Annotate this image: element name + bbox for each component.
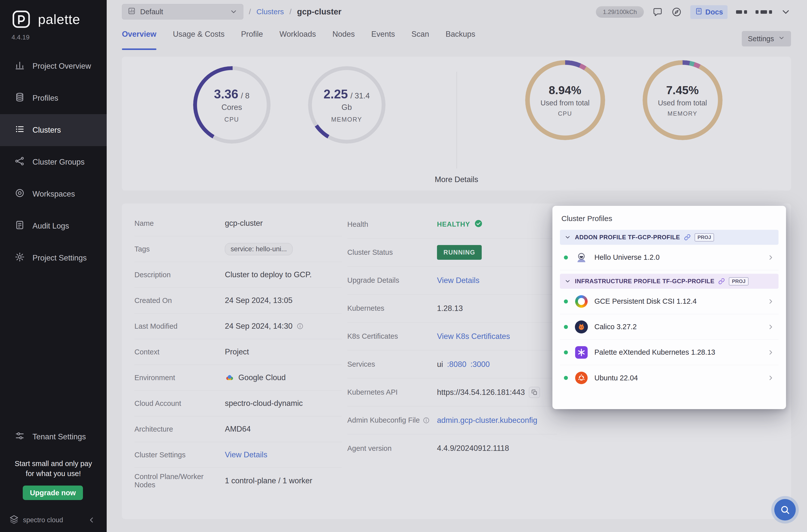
- cpu-used-value: 3.36: [214, 87, 238, 101]
- indicator-bars-icon[interactable]: [736, 10, 747, 14]
- gear-icon: [15, 252, 25, 264]
- tab-overview[interactable]: Overview: [122, 30, 156, 50]
- tab-backups[interactable]: Backups: [446, 30, 475, 50]
- detail-row-tags: Tags service: hello-uni...: [134, 236, 342, 262]
- infrastructure-profile-section-header[interactable]: INFRASTRUCTURE PROFILE TF-GCP-PROFILE PR…: [560, 274, 778, 289]
- cpu-total-donut: 8.94% Used from total CPU: [525, 60, 605, 140]
- profile-layer-palette-kubernetes[interactable]: Palette eXtended Kubernetes 1.28.13: [560, 340, 778, 365]
- info-icon[interactable]: [423, 417, 430, 424]
- search-icon: [780, 505, 790, 515]
- donuts-group: 8.94% Used from total CPU 7.45% Used fro…: [456, 57, 791, 191]
- chat-icon[interactable]: [652, 7, 663, 17]
- sidebar-item-label: Project Settings: [33, 253, 87, 263]
- tab-scan[interactable]: Scan: [412, 30, 429, 50]
- sidebar-item-label: Audit Logs: [33, 222, 69, 230]
- cluster-settings-view-details-link[interactable]: View Details: [225, 450, 267, 459]
- tab-profile[interactable]: Profile: [241, 30, 263, 50]
- more-details-link[interactable]: More Details: [122, 175, 791, 184]
- tab-nodes[interactable]: Nodes: [332, 30, 355, 50]
- sidebar-item-project-overview[interactable]: Project Overview: [0, 50, 107, 82]
- chevron-right-icon: [767, 349, 774, 356]
- profile-layer-calico[interactable]: Calico 3.27.2: [560, 314, 778, 340]
- chevron-down-icon[interactable]: [781, 7, 791, 17]
- tab-usage-costs[interactable]: Usage & Costs: [173, 30, 225, 50]
- detail-row-cloud-account: Cloud Account spectro-cloud-dynamic: [134, 391, 342, 416]
- service-port-link[interactable]: :8080: [447, 360, 467, 369]
- sidebar-item-cluster-groups[interactable]: Cluster Groups: [0, 146, 107, 178]
- memory-gauge: 2.25/ 31.4 Gb MEMORY: [308, 66, 386, 144]
- running-status-badge: RUNNING: [437, 245, 482, 260]
- app-root: palette 4.4.19 Project Overview Profiles…: [0, 0, 807, 532]
- usage-quota-pill[interactable]: 1.29/100kCh: [596, 6, 644, 18]
- breadcrumb-separator: /: [289, 7, 291, 16]
- profile-layer-gce-csi[interactable]: GCE Persistent Disk CSI 1.12.4: [560, 289, 778, 314]
- target-icon: [15, 188, 25, 200]
- collapse-sidebar-icon[interactable]: [87, 516, 96, 524]
- kubeconfig-download-link[interactable]: admin.gcp-cluster.kubeconfig: [437, 416, 538, 425]
- detail-row-cluster-settings: Cluster Settings View Details: [134, 442, 342, 468]
- help-compass-icon[interactable]: [671, 7, 682, 17]
- profile-layer-ubuntu[interactable]: Ubuntu 22.04: [560, 365, 778, 391]
- upgrade-now-button[interactable]: Upgrade now: [23, 486, 83, 500]
- link-icon: [684, 234, 691, 241]
- upgrade-view-details-link[interactable]: View Details: [437, 276, 480, 285]
- status-dot-icon: [564, 255, 568, 260]
- chevron-down-icon: [778, 35, 785, 43]
- sidebar-item-workspaces[interactable]: Workspaces: [0, 178, 107, 210]
- calico-icon: [575, 320, 588, 334]
- detail-row-created-on: Created On 24 Sep 2024, 13:05: [134, 288, 342, 314]
- addon-profile-section-header[interactable]: ADDON PROFILE TF-GCP-PROFILE PROJ: [560, 230, 778, 245]
- chevron-down-icon: [564, 234, 571, 241]
- sidebar-item-label: Workspaces: [33, 190, 75, 198]
- profile-layer-hello-universe[interactable]: Hello Universe 1.2.0: [560, 245, 778, 270]
- copy-icon[interactable]: [529, 387, 540, 398]
- detail-row-last-modified: Last Modified 24 Sep 2024, 14:30: [134, 314, 342, 339]
- sidebar-bottom: Tenant Settings Start small and only pay…: [0, 421, 107, 532]
- health-status: HEALTHY: [437, 221, 470, 228]
- memory-donut-label: MEMORY: [668, 110, 698, 117]
- status-dot-icon: [564, 376, 568, 380]
- sidebar-item-label: Clusters: [33, 126, 61, 135]
- detail-row-environment: Environment Google Cloud: [134, 365, 342, 391]
- cpu-gauge-label: CPU: [224, 116, 239, 123]
- service-port-link[interactable]: :3000: [470, 360, 490, 369]
- settings-button-label: Settings: [748, 35, 774, 43]
- cpu-percent-value: 8.94%: [549, 83, 581, 97]
- sidebar-item-label: Profiles: [33, 94, 58, 103]
- chevron-right-icon: [767, 298, 774, 305]
- indicator-bars-icon[interactable]: [755, 10, 772, 14]
- breadcrumb-clusters-link[interactable]: Clusters: [256, 7, 284, 16]
- project-selector-value: Default: [140, 8, 163, 16]
- upgrade-promo-text: Start small and only pay for what you us…: [0, 459, 107, 478]
- cpu-donut-label: CPU: [558, 110, 572, 117]
- docs-button[interactable]: Docs: [690, 5, 728, 19]
- tab-workloads[interactable]: Workloads: [280, 30, 316, 50]
- project-selector[interactable]: Default: [122, 4, 243, 19]
- info-icon[interactable]: [297, 323, 304, 330]
- tab-events[interactable]: Events: [371, 30, 395, 50]
- cluster-tabs: Overview Usage & Costs Profile Workloads…: [122, 30, 475, 50]
- cpu-total-value: / 8: [241, 91, 249, 100]
- sidebar-item-clusters[interactable]: Clusters: [0, 114, 107, 146]
- service-name: ui: [437, 360, 443, 369]
- sidebar-item-profiles[interactable]: Profiles: [0, 82, 107, 114]
- cpu-unit: Cores: [221, 103, 242, 112]
- search-fab-button[interactable]: [774, 499, 796, 520]
- detail-row-name: Name gcp-cluster: [134, 211, 342, 236]
- detail-row-kubernetes-api: Kubernetes API https://34.54.126.181:443: [347, 378, 557, 406]
- layers-stack-icon: [15, 92, 25, 104]
- detail-row-k8s-certificates: K8s Certificates View K8s Certificates: [347, 322, 557, 350]
- sidebar-item-project-settings[interactable]: Project Settings: [0, 242, 107, 274]
- view-k8s-certificates-link[interactable]: View K8s Certificates: [437, 332, 510, 341]
- app-version: 4.4.19: [0, 30, 107, 41]
- palette-logo-icon: [11, 9, 32, 30]
- list-icon: [15, 124, 25, 136]
- sidebar-item-tenant-settings[interactable]: Tenant Settings: [0, 421, 107, 453]
- card-divider: [456, 72, 457, 169]
- chevron-right-icon: [767, 323, 774, 331]
- settings-button[interactable]: Settings: [742, 31, 791, 46]
- sidebar: palette 4.4.19 Project Overview Profiles…: [0, 0, 107, 532]
- chevron-down-icon: [564, 278, 571, 284]
- hello-universe-icon: [575, 251, 588, 264]
- sidebar-item-audit-logs[interactable]: Audit Logs: [0, 210, 107, 242]
